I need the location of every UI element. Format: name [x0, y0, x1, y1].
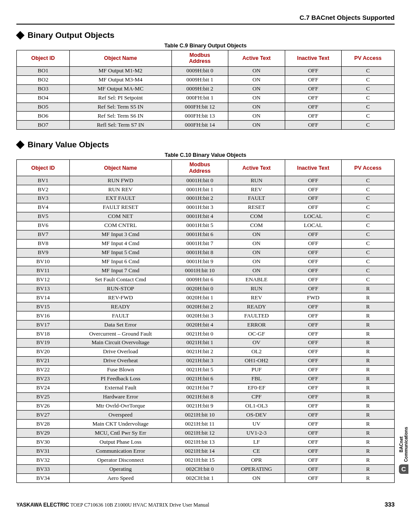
table-cell: Main CKT Undervoltage	[69, 420, 171, 429]
table-cell: BV11	[17, 266, 70, 275]
table-cell: RUN REV	[69, 185, 171, 194]
table-cell: Ref Sel: PI Setpoint	[69, 93, 171, 103]
column-header: Object ID	[17, 50, 70, 67]
diamond-icon	[16, 31, 25, 40]
table-cell: BO7	[17, 121, 70, 130]
table-cell: ON	[228, 112, 285, 121]
table-row: BV9MF Input 5 Cmd0001H:bit 8ONOFFC	[17, 248, 395, 257]
table-cell: BV23	[17, 374, 70, 383]
table-cell: Refl Sel: Term S7 IN	[69, 121, 171, 130]
table-cell: OFF	[285, 84, 342, 93]
table-cell: OFF	[285, 420, 342, 429]
table-cell: C	[342, 185, 395, 194]
table-cell: OFF	[285, 266, 342, 275]
table-cell: OFF	[285, 103, 342, 112]
table-cell: R	[342, 374, 395, 383]
table-cell: OFF	[285, 257, 342, 266]
table-cell: Overcurrent – Ground Fault	[69, 330, 171, 339]
table-cell: BV8	[17, 239, 70, 248]
table-row: BV4FAULT RESET0001H:bit 3RESETOFFC	[17, 203, 395, 212]
table-cell: R	[342, 302, 395, 311]
section-title: Binary Output Objects	[16, 31, 395, 40]
table-cell: 0020H:bit 3	[171, 311, 228, 320]
table-cell: C	[342, 203, 395, 212]
table-cell: BV6	[17, 221, 70, 230]
table-cell: BV13	[17, 284, 70, 293]
table-cell: OFF	[285, 248, 342, 257]
table-cell: ON	[228, 266, 285, 275]
table-cell: 0001H:bit 7	[171, 239, 228, 248]
column-header: Inactive Text	[285, 160, 342, 176]
table-cell: LOCAL	[285, 221, 342, 230]
side-tab-badge: C	[399, 464, 408, 474]
table-cell: Set Fault Contact Cmd	[69, 275, 171, 284]
table-cell: C	[342, 194, 395, 203]
table-cell: C	[342, 221, 395, 230]
table-row: BV30Output Phase Loss0021H:bit 13LFOFFR	[17, 438, 395, 447]
table-cell: BV22	[17, 365, 70, 374]
table-cell: OFF	[285, 383, 342, 392]
table-row: BV5COM NET0001H:bit 4COMLOCALC	[17, 212, 395, 221]
table-cell: BV9	[17, 248, 70, 257]
table-cell: OFF	[285, 311, 342, 320]
table-cell: C	[342, 212, 395, 221]
table-cell: R	[342, 474, 395, 483]
table-cell: ON	[228, 248, 285, 257]
table-cell: FBL	[228, 374, 285, 383]
table-cell: BV20	[17, 347, 70, 356]
table-cell: 000FH:bit 1	[171, 93, 228, 103]
table-row: BV12Set Fault Contact Cmd0009H:bit 6ENAB…	[17, 275, 395, 284]
table-cell: 0021H:bit 14	[171, 447, 228, 456]
table-cell: 000FH:bit 14	[171, 121, 228, 130]
table-cell: BO2	[17, 75, 70, 84]
table-row: BV29MCU, Cntl Pwr Sy Err0021H:bit 12UV1-…	[17, 429, 395, 438]
table-cell: OS-DEV	[228, 411, 285, 420]
table-cell: R	[342, 356, 395, 365]
table-cell: 0021H:bit 3	[171, 356, 228, 365]
table-cell: ON	[228, 121, 285, 130]
table-cell: C	[342, 93, 395, 103]
table-cell: OFF	[285, 447, 342, 456]
table-cell: OFF	[285, 185, 342, 194]
table-cell: 0021H:bit 2	[171, 347, 228, 356]
column-header: Object Name	[69, 50, 171, 67]
table-row: BV32Operator Disconnect0021H:bit 15OPROF…	[17, 456, 395, 465]
table-cell: PI Feedback Loss	[69, 374, 171, 383]
table-cell: R	[342, 401, 395, 411]
table-row: BO6Ref Sel: Term S6 IN000FH:bit 13ONOFFC	[17, 112, 395, 121]
table-cell: OFF	[285, 356, 342, 365]
table-cell: READY	[69, 302, 171, 311]
table-cell: 0021H:bit 6	[171, 374, 228, 383]
side-tab: BACnetCommunications C	[399, 427, 408, 474]
table-cell: OFF	[285, 203, 342, 212]
table-cell: EF0-EF	[228, 383, 285, 392]
table-cell: BV32	[17, 456, 70, 465]
table-row: BV27Overspeed0021H:bit 10OS-DEVOFFR	[17, 411, 395, 420]
table-cell: ON	[228, 93, 285, 103]
table-cell: 002CH:bit 1	[171, 474, 228, 483]
table-cell: Main Circuit Overvoltage	[69, 338, 171, 347]
table-row: BV22Fuse Blown0021H:bit 5PUFOFFR	[17, 365, 395, 374]
table-cell: C	[342, 84, 395, 93]
table-cell: 0001H:bit 8	[171, 248, 228, 257]
table-cell: 0009H:bit 2	[171, 84, 228, 93]
table-row: BO5Ref Sel: Term S5 IN000FH:bit 12ONOFFC	[17, 103, 395, 112]
table-cell: ON	[228, 239, 285, 248]
side-tab-text: BACnetCommunications	[399, 427, 408, 462]
table-caption: Table C.9 Binary Output Objects	[16, 43, 395, 49]
table-cell: OFF	[285, 75, 342, 84]
table-cell: 0021H:bit 11	[171, 420, 228, 429]
table-cell: BV7	[17, 230, 70, 239]
table-cell: BV28	[17, 420, 70, 429]
table-row: BV11MF Input 7 Cmd0001H:bit 10ONOFFC	[17, 266, 395, 275]
table-cell: C	[342, 239, 395, 248]
header-title: C.7 BACnet Objects Supported	[299, 14, 395, 21]
footer-left: YASKAWA ELECTRIC TOEP C710636 10B Z1000U…	[16, 502, 209, 508]
table-cell: BV18	[17, 330, 70, 339]
table-cell: 0021H:bit 7	[171, 383, 228, 392]
table-row: BV13RUN-STOP0020H:bit 0RUNOFFR	[17, 284, 395, 293]
table-cell: BV34	[17, 474, 70, 483]
table-row: BV21Drive Overheat0021H:bit 3OH1-OH2OFFR	[17, 356, 395, 365]
table-cell: ON	[228, 84, 285, 93]
table-cell: 0009H:bit 6	[171, 275, 228, 284]
